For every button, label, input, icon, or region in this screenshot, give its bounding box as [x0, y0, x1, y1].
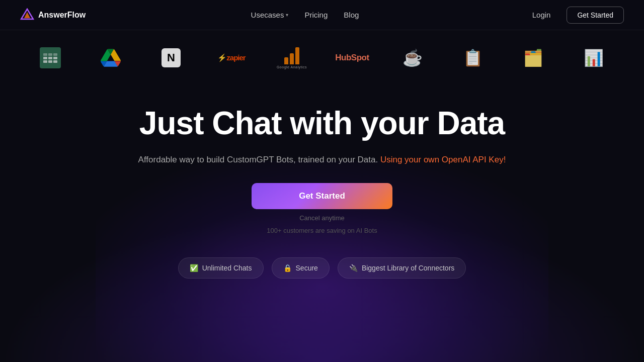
nav-get-started-button[interactable]: Get Started	[567, 7, 624, 24]
zapier-icon: ⚡zapier	[217, 53, 245, 62]
unlimited-chats-label: Unlimited Chats	[202, 264, 252, 272]
feature-secure: 🔒 Secure	[272, 257, 330, 279]
hero-highlight: Using your own OpenAI API Key!	[380, 155, 506, 164]
database-icon: 🗂️	[523, 48, 543, 67]
brand-zapier: ⚡zapier	[211, 45, 252, 70]
hero-section: Just Chat with your Data Affordable way …	[0, 80, 644, 242]
brand-file1: 📋	[453, 45, 493, 70]
customers-text: 100+ customers are saving on AI Bots	[267, 227, 377, 234]
library-label: Biggest Library of Connectors	[362, 264, 454, 272]
secure-label: Secure	[296, 264, 318, 272]
nav-usecases[interactable]: Usecases ▾	[251, 11, 289, 19]
feature-unlimited-chats: ✅ Unlimited Chats	[178, 257, 264, 279]
brand-hubspot: HubSpot	[332, 45, 372, 70]
gdrive-icon	[101, 49, 121, 67]
notion-icon: N	[162, 48, 181, 67]
coffee-icon: ☕	[403, 48, 423, 67]
features-row: ✅ Unlimited Chats 🔒 Secure 🔌 Biggest Lib…	[0, 242, 644, 294]
spreadsheet-icon	[40, 47, 61, 68]
brand-gdrive	[91, 45, 131, 70]
login-button[interactable]: Login	[524, 7, 559, 23]
unlimited-chats-emoji: ✅	[190, 264, 198, 272]
ga-icon: Google Analytics	[277, 47, 307, 69]
library-emoji: 🔌	[349, 264, 358, 272]
logo[interactable]: AnswerFlow	[20, 8, 86, 22]
chevron-down-icon: ▾	[286, 12, 288, 18]
hero-title: Just Chat with your Data	[139, 106, 505, 141]
brand-notion: N	[151, 45, 191, 70]
logo-text: AnswerFlow	[38, 11, 86, 20]
spreadsheet2-icon: 📊	[584, 48, 604, 67]
navbar: AnswerFlow Usecases ▾ Pricing Blog Login…	[0, 0, 644, 30]
hubspot-icon: HubSpot	[335, 53, 369, 63]
nav-right: Login Get Started	[524, 7, 624, 24]
file-icon: 📋	[463, 48, 483, 67]
secure-emoji: 🔒	[283, 264, 292, 272]
brand-db: 🗂️	[513, 45, 553, 70]
nav-links: Usecases ▾ Pricing Blog	[251, 11, 359, 19]
brand-coffee: ☕	[392, 45, 433, 70]
brand-ga: Google Analytics	[272, 45, 312, 70]
cancel-text: Cancel anytime	[299, 214, 345, 222]
brand-spreadsheet	[30, 45, 70, 70]
nav-blog[interactable]: Blog	[344, 11, 359, 19]
nav-pricing[interactable]: Pricing	[304, 11, 328, 19]
cta-wrapper: Get Started Cancel anytime 100+ customer…	[252, 183, 392, 234]
get-started-button[interactable]: Get Started	[252, 183, 392, 209]
brand-spreadsheet2: 📊	[574, 45, 614, 70]
hero-subtitle: Affordable way to build CustomGPT Bots, …	[138, 153, 506, 166]
brand-logo-strip: N ⚡zapier Google Analytics HubSpot ☕ 📋 🗂…	[0, 30, 644, 80]
logo-icon	[20, 8, 34, 22]
feature-library: 🔌 Biggest Library of Connectors	[338, 257, 466, 279]
